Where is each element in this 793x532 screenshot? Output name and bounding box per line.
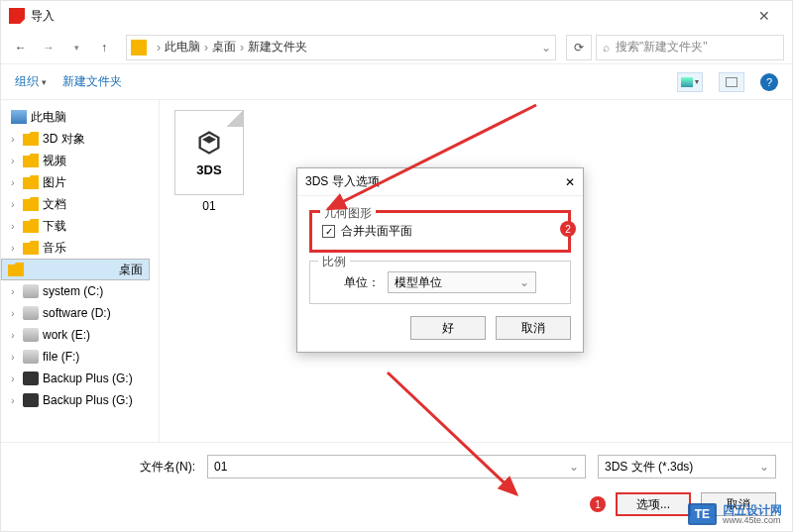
scale-label: 比例: [318, 254, 350, 270]
close-icon[interactable]: ✕: [565, 175, 575, 189]
bottom-bar: 文件名(N): 01 ⌄ 3DS 文件 (*.3ds) ⌄ 1 选项... 取消: [1, 442, 792, 531]
ok-button[interactable]: 好: [410, 316, 486, 340]
folder-icon: [8, 263, 24, 276]
file-ext: 3DS: [196, 162, 221, 177]
unit-select[interactable]: 模型单位 ⌄: [388, 271, 536, 293]
merge-label: 合并共面平面: [341, 223, 412, 240]
ext-icon: [23, 393, 39, 407]
watermark: TE 四五设计网www.45te.com: [688, 503, 782, 525]
dialog-cancel-button[interactable]: 取消: [496, 316, 571, 340]
search-placeholder: 搜索"新建文件夹": [616, 39, 708, 55]
picture-icon: [681, 77, 693, 87]
file-name: 01: [170, 199, 249, 213]
sidebar-item-label: 3D 对象: [43, 131, 85, 148]
sidebar-item[interactable]: file (F:): [1, 346, 159, 368]
crumb-2[interactable]: 新建文件夹: [248, 39, 307, 55]
sidebar-item-label: file (F:): [43, 350, 79, 364]
watermark-logo: TE: [688, 503, 717, 525]
import-options-dialog: 3DS 导入选项 ✕ 几何图形 ✓ 合并共面平面 2 比例 单位： 模型单位 ⌄…: [296, 167, 584, 353]
close-icon[interactable]: ✕: [744, 8, 784, 24]
sidebar-item-label: work (E:): [43, 328, 90, 342]
ext-icon: [23, 372, 39, 385]
sidebar-item[interactable]: system (C:): [1, 280, 159, 302]
unit-value: 模型单位: [395, 274, 442, 291]
sidebar-item[interactable]: Backup Plus (G:): [1, 389, 159, 411]
up-button[interactable]: ↑: [92, 36, 116, 59]
sidebar-item[interactable]: software (D:): [1, 302, 159, 324]
preview-pane-button[interactable]: [719, 72, 744, 92]
chevron-down-icon: ⌄: [519, 275, 529, 289]
file-item[interactable]: 3DS 01: [170, 110, 249, 213]
pc-icon: [11, 110, 27, 124]
navbar: ← → ▾ ↑ › 此电脑 › 桌面 › 新建文件夹 ⌄ ⟳ ⌕ 搜索"新建文件…: [1, 31, 792, 64]
sidebar-item[interactable]: Backup Plus (G:): [1, 368, 159, 389]
sidebar-item-label: 文档: [43, 196, 66, 213]
unit-label: 单位：: [344, 274, 380, 291]
drive-icon: [23, 306, 39, 320]
folder-icon: [23, 219, 39, 233]
search-icon: ⌕: [603, 41, 610, 54]
folder-icon: [23, 132, 39, 146]
filename-label: 文件名(N):: [17, 459, 195, 476]
sidebar[interactable]: 此电脑3D 对象视频图片文档下载音乐桌面system (C:)software …: [1, 100, 160, 443]
sidebar-item[interactable]: 图片: [1, 171, 159, 193]
sidebar-item-label: system (C:): [43, 284, 103, 298]
crumb-0[interactable]: 此电脑: [165, 39, 200, 55]
sidebar-item-label: 视频: [43, 153, 66, 169]
folder-icon: [23, 154, 39, 167]
toolbar: 组织 新建文件夹 ?: [1, 64, 792, 100]
crumb-1[interactable]: 桌面: [212, 39, 236, 55]
sidebar-item[interactable]: 桌面: [1, 259, 150, 280]
sidebar-item[interactable]: 文档: [1, 193, 159, 215]
back-button[interactable]: ←: [9, 36, 33, 59]
filetype-select[interactable]: 3DS 文件 (*.3ds) ⌄: [598, 455, 776, 479]
newfolder-button[interactable]: 新建文件夹: [62, 73, 122, 90]
options-button[interactable]: 选项...: [616, 492, 691, 516]
dialog-title: 3DS 导入选项: [305, 173, 380, 190]
refresh-button[interactable]: ⟳: [566, 35, 592, 60]
sidebar-item[interactable]: 音乐: [1, 237, 159, 259]
watermark-name: 四五设计网: [723, 504, 782, 516]
drive-icon: [23, 284, 39, 298]
folder-icon: [23, 241, 39, 255]
scale-group: 比例 单位： 模型单位 ⌄: [309, 261, 571, 304]
sidebar-item[interactable]: work (E:): [1, 324, 159, 346]
sidebar-item[interactable]: 下载: [1, 215, 159, 237]
sidebar-item-label: 桌面: [119, 262, 143, 278]
titlebar: 导入 ✕: [1, 1, 792, 31]
watermark-url: www.45te.com: [723, 516, 782, 525]
sidebar-item-label: Backup Plus (G:): [43, 393, 133, 407]
chevron-down-icon[interactable]: ⌄: [759, 460, 769, 474]
help-button[interactable]: ?: [760, 73, 778, 91]
chevron-down-icon[interactable]: ⌄: [541, 41, 551, 54]
cube-icon: [195, 129, 223, 157]
sidebar-item[interactable]: 视频: [1, 150, 159, 171]
chevron-down-icon[interactable]: ⌄: [569, 460, 579, 474]
folder-icon: [23, 197, 39, 211]
sidebar-item-label: 图片: [43, 174, 66, 191]
folder-icon: [131, 40, 147, 55]
geometry-group: 几何图形 ✓ 合并共面平面 2: [309, 210, 571, 253]
sidebar-item-label: Backup Plus (G:): [43, 372, 133, 385]
badge-2: 2: [560, 221, 576, 237]
search-input[interactable]: ⌕ 搜索"新建文件夹": [596, 35, 784, 60]
sidebar-item-label: 下载: [43, 218, 66, 235]
merge-checkbox[interactable]: ✓: [322, 225, 335, 238]
sidebar-item-label: 音乐: [43, 240, 66, 257]
window-title: 导入: [31, 8, 55, 25]
badge-1: 1: [590, 496, 606, 512]
view-mode-button[interactable]: [677, 72, 703, 92]
breadcrumb[interactable]: › 此电脑 › 桌面 › 新建文件夹 ⌄: [126, 35, 556, 60]
filetype-value: 3DS 文件 (*.3ds): [605, 459, 693, 476]
geometry-label: 几何图形: [320, 205, 376, 222]
drive-icon: [23, 350, 39, 364]
drive-icon: [23, 328, 39, 342]
sidebar-item-label: software (D:): [43, 306, 111, 320]
sidebar-item-label: 此电脑: [31, 109, 66, 126]
sidebar-item[interactable]: 3D 对象: [1, 128, 159, 150]
organize-menu[interactable]: 组织: [15, 73, 47, 90]
sidebar-item[interactable]: 此电脑: [1, 106, 159, 128]
recent-button[interactable]: ▾: [64, 36, 88, 59]
filename-input[interactable]: 01 ⌄: [207, 455, 586, 479]
forward-button[interactable]: →: [37, 36, 60, 59]
